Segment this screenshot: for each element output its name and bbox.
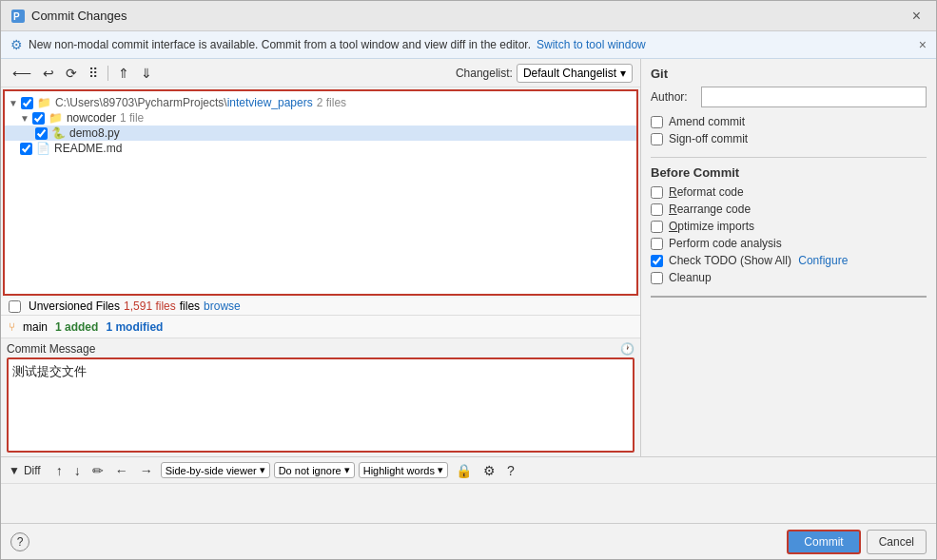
- diff-edit-button[interactable]: ✏: [88, 461, 107, 480]
- diff-arrow: ▼: [9, 464, 20, 477]
- bottom-bar: ? Commit Cancel: [1, 523, 936, 559]
- section-divider-1: [651, 157, 927, 158]
- folder-icon: 📁: [37, 96, 51, 109]
- nowcoder-folder-icon: 📁: [49, 111, 63, 125]
- root-checkbox[interactable]: [21, 97, 33, 109]
- info-bar: ⚙ New non-modal commit interface is avai…: [1, 31, 936, 59]
- switch-to-tool-window-link[interactable]: Switch to tool window: [537, 38, 646, 51]
- diff-forward-button[interactable]: →: [136, 461, 157, 480]
- optimize-imports-checkbox[interactable]: [651, 221, 663, 233]
- nowcoder-arrow: ▼: [20, 113, 29, 124]
- amend-commit-row: Amend commit: [651, 115, 927, 128]
- tree-readme-item[interactable]: 📄 README.md: [5, 141, 636, 156]
- changelist-value: Default Changelist: [523, 67, 616, 80]
- unversioned-checkbox[interactable]: [9, 300, 21, 313]
- diff-toolbar: ↑ ↓ ✏ ← → Side-by-side viewer ▾ Do not i…: [52, 461, 518, 480]
- git-section-title: Git: [651, 67, 927, 81]
- check-todo-checkbox[interactable]: [651, 255, 663, 267]
- rearrange-code-row: Rearrange code: [651, 203, 927, 216]
- cleanup-checkbox[interactable]: [651, 272, 663, 284]
- help-button[interactable]: ?: [10, 532, 29, 551]
- root-count: 2 files: [317, 96, 346, 109]
- rearrange-code-checkbox[interactable]: [651, 203, 663, 216]
- nowcoder-count: 1 file: [120, 111, 144, 125]
- perform-analysis-checkbox[interactable]: [651, 238, 663, 250]
- diff-ignore-dropdown[interactable]: Do not ignore ▾: [274, 462, 355, 478]
- browse-link[interactable]: browse: [204, 299, 241, 313]
- commit-message-label: Commit Message: [7, 342, 95, 356]
- diff-down-button[interactable]: ↓: [70, 461, 85, 480]
- configure-link[interactable]: Configure: [798, 254, 848, 267]
- commit-button[interactable]: Commit: [787, 530, 860, 554]
- group-button[interactable]: ⠿: [85, 64, 102, 83]
- reformat-code-label: Reformat code: [669, 185, 744, 199]
- diff-header: ▼ Diff ↑ ↓ ✏ ← → Side-by-side viewer ▾ D…: [1, 457, 936, 484]
- unversioned-row: Unversioned Files 1,591 files files brow…: [1, 298, 640, 315]
- status-bar: ⑂ main 1 added 1 modified: [1, 315, 640, 338]
- svg-text:P: P: [13, 11, 20, 22]
- unversioned-label: Unversioned Files: [29, 299, 120, 313]
- info-bar-content: ⚙ New non-modal commit interface is avai…: [10, 37, 646, 52]
- info-icon: ⚙: [10, 37, 23, 52]
- diff-settings-button[interactable]: ⚙: [479, 461, 499, 480]
- reformat-r: Reformat code: [669, 185, 744, 199]
- commit-message-input[interactable]: [7, 357, 634, 453]
- diff-viewer-dropdown[interactable]: Side-by-side viewer ▾: [161, 462, 270, 478]
- diff-viewer-arrow: ▾: [260, 464, 265, 476]
- sort-desc-button[interactable]: ⇓: [137, 64, 156, 83]
- optimize-imports-row: Optimize imports: [651, 220, 927, 233]
- undo-button[interactable]: ↩: [39, 64, 58, 83]
- check-todo-row: Check TODO (Show All) Configure: [651, 254, 927, 267]
- sign-off-label: Sign-off commit: [669, 132, 748, 145]
- perform-analysis-label: Perform code analysis: [669, 237, 782, 250]
- clock-icon[interactable]: 🕐: [620, 342, 634, 356]
- move-up-button[interactable]: ⟵: [9, 64, 35, 83]
- file-tree: ▼ 📁 C:\Users\89703\PycharmProjects\intet…: [3, 89, 638, 296]
- info-close-button[interactable]: ×: [919, 37, 927, 52]
- amend-commit-label: Amend commit: [669, 115, 745, 128]
- diff-help-button[interactable]: ?: [503, 461, 518, 480]
- commit-message-section: Commit Message 🕐: [1, 338, 640, 456]
- diff-toggle[interactable]: ▼ Diff: [9, 464, 41, 477]
- unversioned-count: 1,591 files: [124, 299, 176, 313]
- before-commit-title: Before Commit: [651, 165, 927, 180]
- tree-nowcoder-item[interactable]: ▼ 📁 nowcoder 1 file: [5, 110, 636, 126]
- changelist-dropdown[interactable]: Default Changelist ▾: [517, 64, 633, 83]
- diff-up-button[interactable]: ↑: [52, 461, 67, 480]
- branch-name: main: [23, 320, 48, 334]
- toolbar-separator: [107, 66, 108, 81]
- diff-back-button[interactable]: ←: [111, 461, 132, 480]
- file-toolbar: ⟵ ↩ ⟳ ⠿ ⇑ ⇓ Changelist: Default Changeli…: [1, 59, 640, 87]
- diff-highlight-label: Highlight words: [363, 465, 435, 476]
- nowcoder-name: nowcoder: [67, 111, 116, 125]
- author-label: Author:: [651, 90, 693, 104]
- reformat-code-checkbox[interactable]: [651, 186, 663, 199]
- readme-name: README.md: [54, 142, 122, 155]
- cancel-button[interactable]: Cancel: [867, 530, 927, 554]
- tree-demo8-item[interactable]: 🐍 demo8.py: [5, 126, 636, 141]
- diff-highlight-arrow: ▾: [438, 464, 443, 476]
- md-file-icon: 📄: [36, 142, 50, 155]
- author-row: Author:: [651, 87, 927, 107]
- sort-asc-button[interactable]: ⇑: [114, 64, 133, 83]
- amend-commit-checkbox[interactable]: [651, 116, 663, 128]
- diff-lock-button[interactable]: 🔒: [452, 461, 476, 480]
- demo8-checkbox[interactable]: [35, 127, 48, 140]
- readme-checkbox[interactable]: [20, 143, 32, 155]
- app-icon: P: [10, 9, 26, 24]
- added-count: 1 added: [55, 320, 98, 334]
- left-panel: ⟵ ↩ ⟳ ⠿ ⇑ ⇓ Changelist: Default Changeli…: [1, 59, 641, 456]
- root-path: C:\Users\89703\PycharmProjects\intetview…: [55, 96, 313, 109]
- optimize-imports-label: Optimize imports: [669, 220, 754, 233]
- sign-off-checkbox[interactable]: [651, 133, 663, 145]
- author-input[interactable]: [701, 87, 927, 107]
- action-buttons: Commit Cancel: [787, 530, 927, 554]
- tree-root-item[interactable]: ▼ 📁 C:\Users\89703\PycharmProjects\intet…: [5, 95, 636, 110]
- title-bar: P Commit Changes ×: [1, 1, 936, 31]
- close-button[interactable]: ×: [907, 6, 927, 27]
- diff-highlight-dropdown[interactable]: Highlight words ▾: [359, 462, 448, 478]
- nowcoder-checkbox[interactable]: [32, 112, 45, 125]
- cleanup-row: Cleanup: [651, 271, 927, 284]
- refresh-button[interactable]: ⟳: [62, 64, 81, 83]
- root-arrow: ▼: [9, 98, 18, 108]
